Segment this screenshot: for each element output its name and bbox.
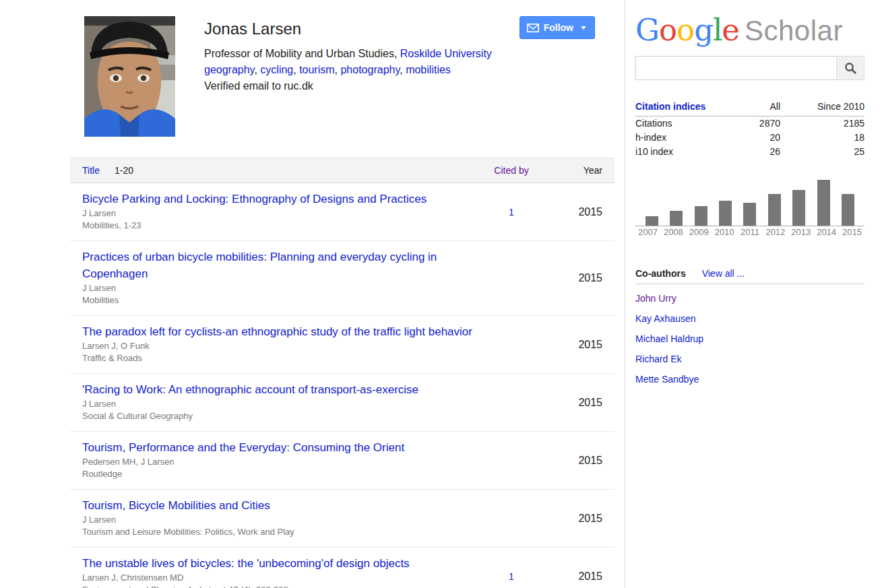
chart-bar-slot — [664, 211, 688, 226]
cited-by-count-link[interactable]: 1 — [509, 207, 514, 218]
google-logo-word: Google — [635, 12, 739, 48]
profile-verified-email: Verified email to ruc.dk — [204, 78, 615, 94]
chart-bar — [817, 180, 830, 226]
publication-title-link[interactable]: Tourism, Bicycle Mobilities and Cities — [82, 497, 270, 514]
chart-bars — [635, 179, 865, 226]
coauthor-item: Mette Sandbye — [635, 374, 865, 385]
chart-bar — [719, 201, 732, 226]
vertical-divider — [625, 0, 625, 588]
publication-authors: Larsen J, O Funk — [82, 340, 474, 352]
search-bar — [635, 56, 865, 80]
publication-authors: J Larsen — [82, 514, 474, 526]
citation-index-since-value: 2185 — [780, 117, 865, 131]
chart-year-label: 2009 — [687, 227, 712, 237]
citation-index-all-value: 26 — [733, 145, 780, 159]
coauthor-item: John Urry — [635, 293, 865, 304]
logo-letter: l — [713, 12, 722, 48]
chart-bar-slot — [639, 216, 664, 226]
interest-link[interactable]: cycling — [260, 64, 293, 75]
publication-venue: Mobilities, 1-23 — [82, 220, 474, 232]
publication-row: The paradox left for cyclists-an ethnogr… — [70, 316, 615, 374]
google-scholar-logo: GoogleScholar — [635, 12, 865, 48]
coauthor-link[interactable]: Kay Axhausen — [635, 313, 696, 324]
publication-main: Practices of urban bicycle mobilities: P… — [70, 241, 474, 315]
publication-title-link[interactable]: Tourism, Performance and the Everyday: C… — [82, 439, 404, 456]
citation-indices-rows: Citations28702185h-index2018i10 index262… — [635, 117, 865, 159]
chart-bar — [743, 203, 756, 226]
citation-col-since: Since 2010 — [780, 99, 865, 114]
publication-main: The paradox left for cyclists-an ethnogr… — [70, 316, 474, 373]
coauthor-item: Michael Haldrup — [635, 333, 865, 345]
publication-venue: Traffic & Roads — [82, 352, 474, 364]
chart-year-label: 2007 — [635, 227, 660, 237]
coauthors-view-all-link[interactable]: View all ... — [702, 268, 745, 279]
sort-by-year-label: Year — [548, 165, 602, 176]
chart-bar — [670, 211, 683, 226]
chart-bar-slot — [787, 190, 811, 226]
sort-by-title-link[interactable]: Title — [82, 165, 100, 176]
sort-by-citations-link[interactable]: Cited by — [494, 165, 528, 176]
chart-year-label: 2013 — [788, 227, 813, 237]
citation-indices-header: Citation indices All Since 2010 — [635, 99, 865, 117]
chart-bar-slot — [811, 180, 836, 226]
coauthor-link[interactable]: Mette Sandbye — [635, 374, 699, 385]
chart-year-label: 2008 — [661, 227, 686, 237]
publication-main: Tourism, Performance and the Everyday: C… — [70, 432, 474, 489]
sidebar: GoogleScholar Citation indices All Since… — [635, 0, 865, 385]
cited-by-count-link[interactable]: 1 — [509, 571, 514, 582]
interest-link[interactable]: mobilities — [406, 64, 451, 75]
publication-authors: J Larsen — [82, 282, 474, 294]
follow-button[interactable]: Follow — [520, 16, 595, 39]
coauthors-title: Co-authors — [635, 268, 686, 279]
chart-bar-slot — [738, 203, 762, 226]
coauthors-list: John UrryKay AxhausenMichael HaldrupRich… — [635, 293, 865, 385]
chart-bar-slot — [762, 194, 786, 226]
chart-year-label: 2010 — [712, 227, 737, 237]
chart-bar — [695, 206, 708, 226]
chart-year-label: 2011 — [738, 227, 763, 237]
publication-title-link[interactable]: The paradox left for cyclists-an ethnogr… — [82, 323, 472, 340]
coauthor-link[interactable]: John Urry — [635, 293, 677, 304]
profile-photo-image — [84, 16, 175, 137]
interest-link[interactable]: tourism — [299, 64, 334, 75]
chart-year-label: 2015 — [840, 227, 865, 237]
publication-row: The unstable lives of bicycles: the 'unb… — [70, 548, 615, 588]
logo-letter: o — [677, 12, 694, 48]
chart-bar — [646, 216, 658, 226]
publication-row: Practices of urban bicycle mobilities: P… — [70, 241, 615, 316]
publication-title-link[interactable]: The unstable lives of bicycles: the 'unb… — [82, 555, 410, 572]
citation-indices: Citation indices All Since 2010 Citation… — [635, 99, 865, 159]
magnifier-icon — [844, 62, 856, 74]
citation-index-row: h-index2018 — [635, 131, 865, 145]
publication-authors: Pedersen MH, J Larsen — [82, 456, 474, 468]
publication-title-link[interactable]: Practices of urban bicycle mobilities: P… — [82, 249, 474, 282]
caret-down-icon — [581, 26, 586, 30]
publications-range: 1-20 — [115, 165, 133, 176]
chart-year-label: 2014 — [814, 227, 839, 237]
citation-index-row: Citations28702185 — [635, 117, 865, 131]
search-input[interactable] — [635, 56, 836, 80]
publication-title-link[interactable]: 'Racing to Work: An ethnographic account… — [82, 381, 418, 398]
chart-bar-slot — [689, 206, 713, 226]
publication-year: 2015 — [548, 206, 602, 218]
publication-title-link[interactable]: Bicycle Parking and Locking: Ethnography… — [82, 191, 427, 207]
coauthor-link[interactable]: Michael Haldrup — [635, 333, 703, 344]
publication-venue: Environment and Planning A abstract 47 (… — [82, 584, 474, 588]
citation-indices-title-link[interactable]: Citation indices — [635, 99, 733, 114]
affiliation-text: Professor of Mobility and Urban Studies, — [204, 48, 400, 59]
publication-cited-by: 1 — [474, 206, 548, 218]
citation-index-all-value: 2870 — [733, 117, 780, 131]
publication-venue: Mobilities — [82, 294, 474, 306]
publication-authors: J Larsen — [82, 398, 474, 410]
logo-letter: G — [635, 12, 659, 48]
chart-bar — [842, 194, 854, 226]
coauthor-link[interactable]: Richard Ek — [635, 354, 681, 364]
interest-link[interactable]: photography — [340, 64, 400, 75]
publication-row: Tourism, Bicycle Mobilities and CitiesJ … — [70, 490, 615, 548]
citations-per-year-chart: 200720082009201020112012201320142015 — [635, 179, 865, 237]
interest-link[interactable]: geography — [204, 64, 254, 75]
publication-row: 'Racing to Work: An ethnographic account… — [70, 374, 615, 432]
affiliation-link[interactable]: Roskilde University — [400, 48, 492, 59]
coauthors-section: Co-authors View all ... John UrryKay Axh… — [635, 268, 865, 385]
search-button[interactable] — [836, 56, 865, 80]
